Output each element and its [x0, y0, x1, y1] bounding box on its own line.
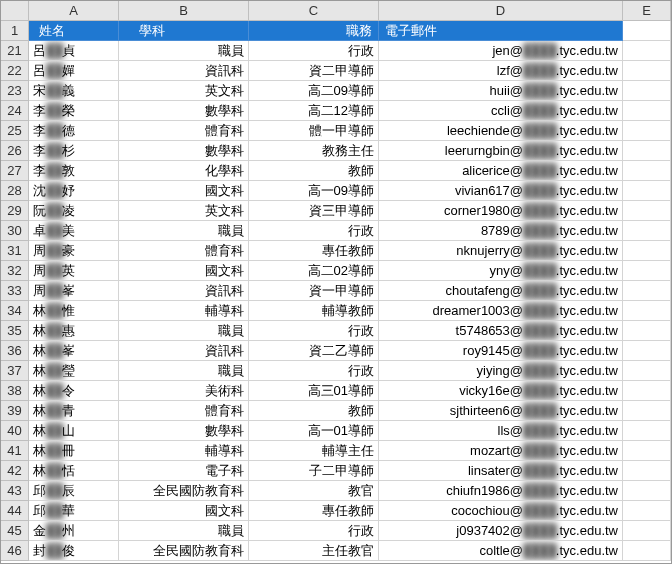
- cell-duty[interactable]: 行政: [249, 521, 379, 541]
- cell-empty[interactable]: [623, 241, 671, 261]
- cell-name[interactable]: 林██峯: [29, 341, 119, 361]
- cell-name[interactable]: 李██榮: [29, 101, 119, 121]
- row-head-29[interactable]: 29: [1, 201, 29, 221]
- cell-empty[interactable]: [623, 481, 671, 501]
- cell-empty[interactable]: [623, 61, 671, 81]
- cell-subject[interactable]: 體育科: [119, 401, 249, 421]
- cell-empty[interactable]: [623, 381, 671, 401]
- cell-name[interactable]: 沈██妤: [29, 181, 119, 201]
- cell-subject[interactable]: 國文科: [119, 501, 249, 521]
- row-head-41[interactable]: 41: [1, 441, 29, 461]
- cell-subject[interactable]: 職員: [119, 521, 249, 541]
- cell-empty[interactable]: [623, 341, 671, 361]
- cell-name[interactable]: 李██德: [29, 121, 119, 141]
- cell-email[interactable]: jen@████.tyc.edu.tw: [379, 41, 623, 61]
- cell-email[interactable]: mozart@████.tyc.edu.tw: [379, 441, 623, 461]
- col-head-a[interactable]: A: [29, 1, 119, 21]
- row-head-43[interactable]: 43: [1, 481, 29, 501]
- row-head-34[interactable]: 34: [1, 301, 29, 321]
- cell-duty[interactable]: 教師: [249, 401, 379, 421]
- col-head-b[interactable]: B: [119, 1, 249, 21]
- cell-empty[interactable]: [623, 201, 671, 221]
- cell-email[interactable]: vivian617@████.tyc.edu.tw: [379, 181, 623, 201]
- row-head-45[interactable]: 45: [1, 521, 29, 541]
- cell-name[interactable]: 周██豪: [29, 241, 119, 261]
- cell-empty[interactable]: [623, 361, 671, 381]
- cell-empty[interactable]: [623, 301, 671, 321]
- cell-duty[interactable]: 體一甲導師: [249, 121, 379, 141]
- cell-email[interactable]: alicerice@████.tyc.edu.tw: [379, 161, 623, 181]
- cell-name[interactable]: 林██恬: [29, 461, 119, 481]
- row-head-21[interactable]: 21: [1, 41, 29, 61]
- cell-subject[interactable]: 資訊科: [119, 61, 249, 81]
- row-head-31[interactable]: 31: [1, 241, 29, 261]
- row-head-27[interactable]: 27: [1, 161, 29, 181]
- cell-email[interactable]: lzf@████.tyc.edu.tw: [379, 61, 623, 81]
- cell-name[interactable]: 林██惠: [29, 321, 119, 341]
- cell-name[interactable]: 林██冊: [29, 441, 119, 461]
- cell-duty[interactable]: 高一09導師: [249, 181, 379, 201]
- cell-name[interactable]: 李██杉: [29, 141, 119, 161]
- cell-subject[interactable]: 職員: [119, 361, 249, 381]
- cell-duty[interactable]: 教務主任: [249, 141, 379, 161]
- cell-duty[interactable]: 子二甲導師: [249, 461, 379, 481]
- cell-empty[interactable]: [623, 501, 671, 521]
- cell-empty[interactable]: [623, 441, 671, 461]
- cell-name[interactable]: 林██惟: [29, 301, 119, 321]
- row-head-23[interactable]: 23: [1, 81, 29, 101]
- cell-name[interactable]: 邱██辰: [29, 481, 119, 501]
- cell-subject[interactable]: 職員: [119, 321, 249, 341]
- cell-subject[interactable]: 資訊科: [119, 281, 249, 301]
- cell-name[interactable]: 周██英: [29, 261, 119, 281]
- row-head-44[interactable]: 44: [1, 501, 29, 521]
- cell-email[interactable]: cocochiou@████.tyc.edu.tw: [379, 501, 623, 521]
- row-head-46[interactable]: 46: [1, 541, 29, 561]
- cell-duty[interactable]: 專任教師: [249, 241, 379, 261]
- col-head-d[interactable]: D: [379, 1, 623, 21]
- cell-empty[interactable]: [623, 41, 671, 61]
- cell-duty[interactable]: 高二12導師: [249, 101, 379, 121]
- cell-duty[interactable]: 資二甲導師: [249, 61, 379, 81]
- row-head-39[interactable]: 39: [1, 401, 29, 421]
- cell-email[interactable]: 8789@████.tyc.edu.tw: [379, 221, 623, 241]
- cell-duty[interactable]: 主任教官: [249, 541, 379, 561]
- cell-email[interactable]: j0937402@████.tyc.edu.tw: [379, 521, 623, 541]
- cell-email[interactable]: choutafeng@████.tyc.edu.tw: [379, 281, 623, 301]
- row-head-42[interactable]: 42: [1, 461, 29, 481]
- cell-name[interactable]: 呂██嬋: [29, 61, 119, 81]
- cell-duty[interactable]: 資三甲導師: [249, 201, 379, 221]
- row-head-38[interactable]: 38: [1, 381, 29, 401]
- cell-empty[interactable]: [623, 521, 671, 541]
- cell-subject[interactable]: 國文科: [119, 181, 249, 201]
- cell-subject[interactable]: 全民國防教育科: [119, 541, 249, 561]
- row-head-26[interactable]: 26: [1, 141, 29, 161]
- cell-name[interactable]: 李██敦: [29, 161, 119, 181]
- cell-subject[interactable]: 職員: [119, 221, 249, 241]
- cell-name[interactable]: 封██俊: [29, 541, 119, 561]
- cell-empty[interactable]: [623, 321, 671, 341]
- cell-email[interactable]: leerurngbin@████.tyc.edu.tw: [379, 141, 623, 161]
- cell-subject[interactable]: 國文科: [119, 261, 249, 281]
- cell-name[interactable]: 林██令: [29, 381, 119, 401]
- select-all-corner[interactable]: [1, 1, 29, 21]
- row-head-37[interactable]: 37: [1, 361, 29, 381]
- cell-email[interactable]: coltle@████.tyc.edu.tw: [379, 541, 623, 561]
- row-head-25[interactable]: 25: [1, 121, 29, 141]
- row-head-36[interactable]: 36: [1, 341, 29, 361]
- cell-email[interactable]: lls@████.tyc.edu.tw: [379, 421, 623, 441]
- cell-subject[interactable]: 數學科: [119, 421, 249, 441]
- cell-name[interactable]: 邱██華: [29, 501, 119, 521]
- cell-email[interactable]: yny@████.tyc.edu.tw: [379, 261, 623, 281]
- cell-empty[interactable]: [623, 161, 671, 181]
- cell-duty[interactable]: 行政: [249, 221, 379, 241]
- cell-name[interactable]: 林██瑩: [29, 361, 119, 381]
- cell-name[interactable]: 林██山: [29, 421, 119, 441]
- cell-empty[interactable]: [623, 221, 671, 241]
- cell-email[interactable]: vicky16e@████.tyc.edu.tw: [379, 381, 623, 401]
- cell-duty[interactable]: 行政: [249, 321, 379, 341]
- row-head-22[interactable]: 22: [1, 61, 29, 81]
- cell-duty[interactable]: 高三01導師: [249, 381, 379, 401]
- row-head-33[interactable]: 33: [1, 281, 29, 301]
- cell-subject[interactable]: 輔導科: [119, 301, 249, 321]
- cell-duty[interactable]: 高一01導師: [249, 421, 379, 441]
